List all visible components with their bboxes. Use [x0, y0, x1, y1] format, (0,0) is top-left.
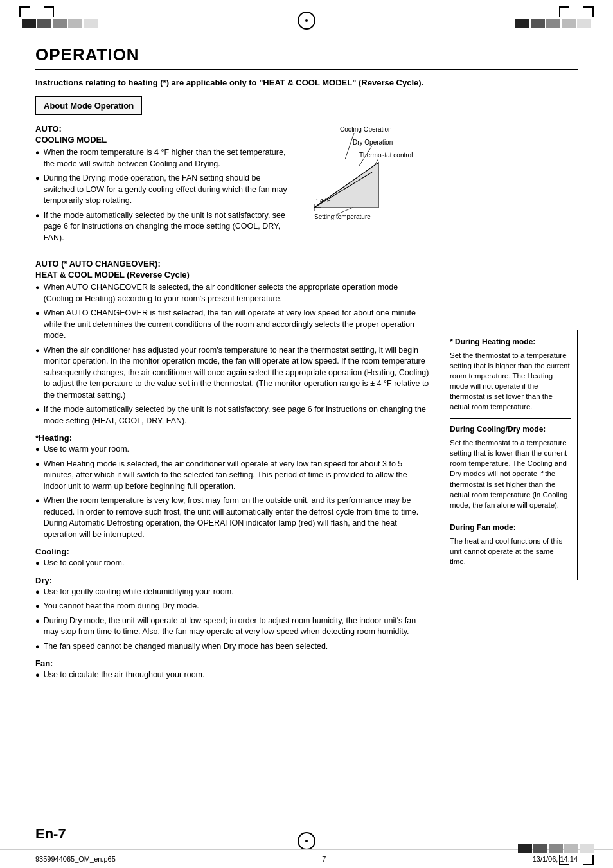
svg-text:Thermostat control: Thermostat control: [359, 152, 413, 159]
d-bullet-1: Use for gently cooling while dehumidifyi…: [35, 587, 430, 598]
footer-left: 9359944065_OM_en.p65: [35, 855, 116, 863]
heating-heading: *Heating:: [35, 433, 430, 443]
bottom-circle: [298, 832, 315, 850]
h-bullet-2: When Heating mode is selected, the air c…: [35, 459, 430, 493]
reg-block: [577, 19, 591, 28]
reg-block: [562, 19, 576, 28]
reg-block: [518, 844, 532, 853]
side-heating-text: Set the thermostat to a temperature sett…: [450, 350, 571, 412]
svg-text:Cooling Operation: Cooling Operation: [340, 126, 392, 133]
center-reg: [298, 6, 315, 30]
spacer: [32, 7, 41, 16]
diagram-figure: Cooling Operation Dry Operation Thermost…: [301, 124, 430, 250]
svg-line-3: [345, 133, 354, 159]
reg-block: [515, 19, 529, 28]
auto-changeover-subheading: HEAT & COOL MODEL (Reverse Cycle): [35, 270, 430, 279]
side-fan-heading: During Fan mode:: [450, 522, 571, 533]
about-mode-box: About Mode Operation: [35, 96, 142, 115]
ac-bullet-4: If the mode automatically selected by th…: [35, 404, 430, 427]
ac-bullet-1: When AUTO CHANGEOVER is selected, the ai…: [35, 282, 430, 305]
reg-block: [84, 19, 98, 28]
bottom-dot: [305, 840, 308, 842]
page-number-large: En-7: [35, 826, 66, 842]
main-columns: AUTO: COOLING MODEL When the room temper…: [35, 124, 578, 687]
reg-block: [37, 19, 51, 28]
side-cooling-section: During Cooling/Dry mode: Set the thermos…: [450, 424, 571, 509]
cooling-bullets: Use to cool your room.: [35, 558, 430, 569]
dry-section: Dry: Use for gently cooling while dehumi…: [35, 576, 430, 653]
side-fan-section: During Fan mode: The heat and cool funct…: [450, 522, 571, 567]
d-bullet-4: The fan speed cannot be changed manually…: [35, 641, 430, 653]
top-bar: [0, 0, 613, 35]
auto-bullet-2: During the Drying mode operation, the FA…: [35, 173, 289, 207]
side-fan-text: The heat and cool functions of this unit…: [450, 536, 571, 567]
auto-bullet-1: When the room temperature is 4 °F higher…: [35, 147, 289, 170]
page-title: OPERATION: [35, 45, 578, 65]
auto-changeover-heading: AUTO (* AUTO CHANGEOVER):: [35, 259, 430, 269]
side-cooling-heading: During Cooling/Dry mode:: [450, 424, 571, 435]
reg-block: [533, 844, 547, 853]
reg-block: [546, 19, 560, 28]
right-spacer: [443, 124, 578, 330]
center-circle: [298, 12, 315, 30]
c-bullet-1: Use to cool your room.: [35, 558, 430, 569]
right-column: * During Heating mode: Set the thermosta…: [443, 124, 578, 687]
heating-bullets: Use to warm your room. When Heating mode…: [35, 444, 430, 540]
reg-block: [531, 19, 545, 28]
reg-right: [515, 6, 594, 28]
h-bullet-1: Use to warm your room.: [35, 444, 430, 456]
separator-2: [450, 517, 571, 517]
corner-mark-tr-r2: [583, 6, 594, 17]
reg-bar-right: [515, 19, 591, 28]
auto-text: AUTO: COOLING MODEL When the room temper…: [35, 124, 289, 250]
fan-section: Fan: Use to circulate the air throughout…: [35, 659, 430, 681]
cooling-heading: Cooling:: [35, 547, 430, 556]
corner-mark-tr-r1: [559, 6, 569, 17]
auto-heading: AUTO:: [35, 124, 289, 134]
h-bullet-3: When the room temperature is very low, f…: [35, 495, 430, 540]
reg-block: [68, 19, 82, 28]
operation-diagram: Cooling Operation Dry Operation Thermost…: [301, 124, 430, 227]
reg-bar-left: [22, 19, 98, 28]
reg-block: [564, 844, 578, 853]
corner-br: [583, 855, 594, 865]
side-cooling-text: Set the thermostat to a temperature sett…: [450, 438, 571, 510]
subtitle: Instructions relating to heating (*) are…: [35, 78, 578, 87]
auto-changeover-bullets: When AUTO CHANGEOVER is selected, the ai…: [35, 282, 430, 427]
main-content: OPERATION Instructions relating to heati…: [0, 35, 613, 700]
reg-block: [22, 19, 36, 28]
reg-block: [580, 844, 594, 853]
center-dot: [305, 19, 308, 22]
fan-heading: Fan:: [35, 659, 430, 668]
ac-bullet-2: When AUTO CHANGEOVER is first selected, …: [35, 308, 430, 342]
auto-section: AUTO: COOLING MODEL When the room temper…: [35, 124, 430, 250]
dry-heading: Dry:: [35, 576, 430, 585]
fan-bullets: Use to circulate the air throughout your…: [35, 669, 430, 681]
bottom-reg-mark: [298, 832, 315, 850]
svg-text:↑ 4 °F: ↑ 4 °F: [315, 197, 331, 204]
d-bullet-3: During Dry mode, the unit will operate a…: [35, 616, 430, 638]
svg-text:Setting temperature: Setting temperature: [314, 213, 371, 220]
svg-text:Dry Operation: Dry Operation: [353, 139, 393, 146]
corner-mark-tl: [19, 6, 30, 17]
footer-center: 7: [322, 855, 326, 863]
side-box: * During Heating mode: Set the thermosta…: [443, 330, 578, 580]
bottom-right-reg: [518, 844, 594, 865]
left-column: AUTO: COOLING MODEL When the room temper…: [35, 124, 430, 687]
reg-block: [549, 844, 563, 853]
d-bullet-2: You cannot heat the room during Dry mode…: [35, 601, 430, 612]
page-wrapper: OPERATION Instructions relating to heati…: [0, 0, 613, 868]
spacer: [572, 7, 581, 16]
side-heating-section: * During Heating mode: Set the thermosta…: [450, 337, 571, 412]
title-underline: [35, 69, 578, 70]
dry-bullets: Use for gently cooling while dehumidifyi…: [35, 587, 430, 653]
auto-subheading: COOLING MODEL: [35, 135, 289, 145]
f-bullet-1: Use to circulate the air throughout your…: [35, 669, 430, 681]
auto-bullet-3: If the mode automatically selected by th…: [35, 210, 289, 244]
ac-bullet-3: When the air conditioner has adjusted yo…: [35, 345, 430, 402]
cooling-section: Cooling: Use to cool your room.: [35, 547, 430, 569]
side-heating-heading: * During Heating mode:: [450, 337, 571, 348]
corner-mark-tr-left: [44, 6, 54, 17]
heating-section: *Heating: Use to warm your room. When He…: [35, 433, 430, 540]
separator-1: [450, 418, 571, 419]
